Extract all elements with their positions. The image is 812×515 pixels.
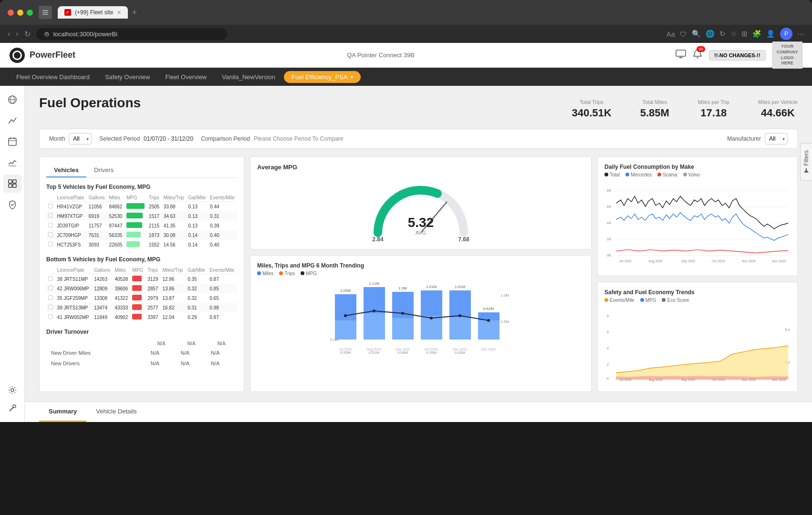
menu-icon[interactable]: ⋯: [797, 30, 804, 38]
col-plate: LicencePlate: [55, 194, 86, 202]
events-mile-cell: 0.65: [208, 293, 237, 303]
sub-nav-fleet-overview-dashboard[interactable]: Fleet Overview Dashboard: [10, 71, 96, 83]
row-checkbox[interactable]: [48, 305, 53, 309]
month-filter-select[interactable]: All: [69, 133, 92, 144]
month-filter-label: Month: [49, 135, 65, 142]
gal-mile-cell: 0.35: [186, 274, 208, 284]
sub-nav-safety-overview[interactable]: Safety Overview: [98, 71, 157, 83]
table-row[interactable]: JC709HGP 7631 56335 1873 30.08 0.14 0.40: [46, 230, 237, 240]
list-item: New Driver Miles N/A N/A N/A: [47, 348, 236, 358]
table-row[interactable]: HR41VZGP 11056 84862 2505 33.88 0.13 0.4…: [46, 202, 237, 212]
row-checkbox[interactable]: [48, 314, 53, 319]
aa-icon[interactable]: Aa: [666, 30, 675, 38]
table-row[interactable]: JD39TGIP 11757 87447 2115 41.35 0.13 0.3…: [46, 221, 237, 230]
tab-favicon: F: [64, 9, 71, 16]
col-checkbox: [46, 194, 55, 202]
sidebar-icon-home[interactable]: [3, 91, 21, 109]
profile-avatar[interactable]: P: [780, 28, 792, 40]
tab-label: (+99) Fleet site: [75, 9, 113, 16]
svg-text:Nov 2020: Nov 2020: [453, 348, 467, 351]
manufacturer-filter-select-wrap[interactable]: All: [765, 133, 788, 144]
main-content: Fuel Operations Total Trips 340.51K Tota…: [25, 86, 812, 422]
close-button[interactable]: [8, 10, 14, 16]
gauge-value: 5.32: [408, 215, 434, 230]
refresh-icon[interactable]: ↻: [719, 30, 726, 38]
row-checkbox[interactable]: [48, 232, 53, 237]
star-icon[interactable]: ☆: [730, 30, 737, 38]
table-row[interactable]: 39 JRTS13MP 13474 43333 2577 16.82 0.31 …: [46, 303, 237, 312]
miles-cell: 39606: [113, 284, 130, 293]
filters-sidebar[interactable]: Filters: [800, 143, 812, 181]
back-button[interactable]: ‹: [8, 30, 10, 38]
row-checkbox[interactable]: [48, 242, 53, 247]
table-row[interactable]: 38 JRTS11MP 14263 40538 3129 12.96 0.35 …: [46, 274, 237, 284]
miles-cell: 40902: [113, 312, 130, 322]
miles-trip-cell: 13.87: [160, 293, 186, 303]
url-text: localhost:3000/powerBi: [53, 31, 117, 38]
gauge-highest-value: 7.68: [458, 236, 469, 242]
dt-v3: N/A: [177, 359, 206, 368]
row-checkbox[interactable]: [48, 295, 53, 300]
tab-drivers[interactable]: Drivers: [86, 164, 121, 177]
company-logo-box: YOURCOMPANYLOGOHERE: [772, 41, 802, 69]
active-tab[interactable]: F (+99) Fleet site ✕: [58, 6, 128, 19]
gal-mile-cell: 0.31: [186, 303, 208, 312]
table-row[interactable]: HCT253FS 3093 22605 1552 14.56 0.14 0.40: [46, 240, 237, 249]
sub-nav-fleet-overview[interactable]: Fleet Overview: [159, 71, 214, 83]
tab-vehicles[interactable]: Vehicles: [46, 164, 86, 177]
selected-period-value: 01/07/20 - 31/12/20: [144, 135, 193, 142]
row-checkbox[interactable]: [48, 286, 53, 290]
maximize-button[interactable]: [27, 10, 33, 16]
sidebar-icon-tools[interactable]: [3, 399, 21, 417]
month-filter-select-wrap[interactable]: All: [69, 133, 92, 144]
gallons-cell: 7631: [87, 230, 107, 240]
search-icon[interactable]: 🔍: [692, 30, 701, 38]
col-trips: Trips: [147, 194, 162, 202]
sidebar-icon-line-chart[interactable]: [3, 154, 21, 172]
grid-icon[interactable]: ⊞: [741, 30, 748, 38]
svg-text:8: 8: [607, 314, 609, 318]
plate-cell: HCT253FS: [55, 240, 86, 249]
shield-icon[interactable]: 🛡: [680, 30, 687, 38]
tab-close-icon[interactable]: ✕: [117, 10, 121, 16]
manufacturer-filter-label: Manufacturer: [727, 135, 761, 142]
sidebar-icon-calendar[interactable]: [3, 133, 21, 151]
bottom-tab-summary[interactable]: Summary: [39, 402, 86, 422]
bottom-tab-vehicle-details[interactable]: Vehicle Details: [86, 402, 146, 422]
middle-panels: Average MPG 5.32 AVG: [250, 156, 592, 392]
row-checkbox[interactable]: [48, 276, 53, 281]
table-row[interactable]: 35 JGF259MP 13308 41322 2979 13.87 0.32 …: [46, 293, 237, 303]
notification-button[interactable]: 99: [693, 49, 702, 61]
tab-list-icon[interactable]: [39, 6, 52, 19]
sub-nav-fuel-efficiency[interactable]: Fuel Efficiency_PSA ▾: [284, 71, 361, 83]
reload-button[interactable]: ↻: [24, 30, 31, 39]
sidebar-icon-settings[interactable]: [3, 381, 21, 399]
gauge-title: Average MPG: [257, 164, 297, 171]
sidebar-icon-grid[interactable]: [3, 175, 21, 193]
table-row[interactable]: 42 JRW006MP 12809 39606 2857 13.86 0.32 …: [46, 284, 237, 293]
row-checkbox[interactable]: [48, 204, 53, 208]
col-miles: Miles: [113, 267, 130, 274]
row-checkbox[interactable]: [48, 213, 53, 218]
url-input[interactable]: localhost:3000/powerBi: [36, 28, 227, 40]
extensions-icon[interactable]: 🧩: [752, 30, 761, 38]
svg-text:1.01M: 1.01M: [455, 285, 466, 289]
table-row[interactable]: HM97XTGP 6919 52530 1517 34.63 0.13 0.31: [46, 211, 237, 221]
sidebar-icon-shield[interactable]: [3, 196, 21, 214]
table-row[interactable]: 41 JRW002MP 11849 40902 3397 12.04 0.29 …: [46, 312, 237, 322]
globe-icon[interactable]: 🌐: [706, 30, 715, 38]
sub-nav-vanilla-newversion[interactable]: Vanila_NewVersion: [215, 71, 282, 83]
miles-trip-cell: 34.63: [162, 211, 187, 221]
minimize-button[interactable]: [17, 10, 23, 16]
person-icon[interactable]: 👤: [766, 30, 775, 38]
manufacturer-filter-select[interactable]: All: [765, 133, 788, 144]
svg-rect-12: [9, 138, 16, 145]
monitor-icon-button[interactable]: [676, 50, 686, 61]
app: PowerFleet QA Pointer Connect 39B 99 !!-…: [0, 43, 812, 422]
svg-text:0: 0: [607, 376, 609, 381]
new-tab-button[interactable]: +: [132, 8, 137, 18]
forward-button[interactable]: ›: [16, 30, 18, 38]
svg-rect-20: [13, 184, 16, 187]
sidebar-icon-chart[interactable]: [3, 112, 21, 130]
row-checkbox[interactable]: [48, 223, 53, 227]
